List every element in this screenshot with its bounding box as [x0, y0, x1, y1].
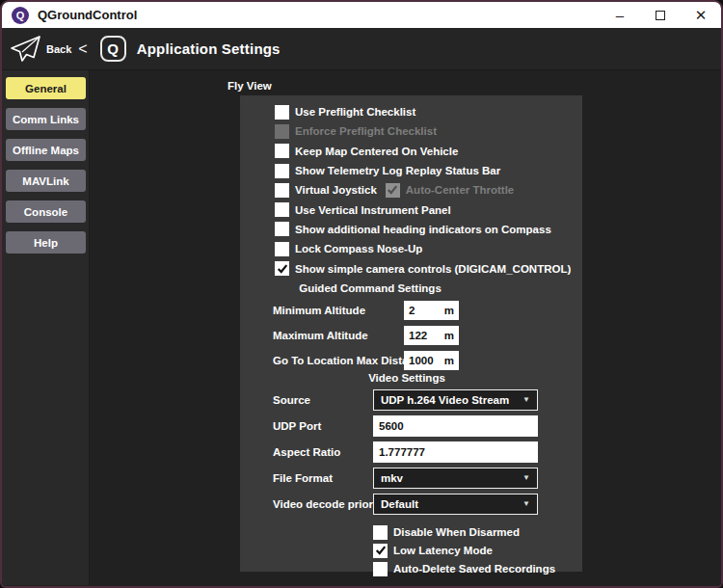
qgc-logo-icon: Q: [100, 36, 126, 62]
sidebar-item-comm-links[interactable]: Comm Links: [6, 108, 86, 130]
checkbox-label: Show Telemetry Log Replay Status Bar: [295, 165, 500, 176]
field-label: UDP Port: [273, 420, 321, 432]
chevron-down-icon: ▼: [522, 473, 530, 482]
udp-port-input[interactable]: 5600: [373, 415, 538, 437]
checkbox-auto-delete-recordings[interactable]: [373, 562, 388, 576]
row-goto-max-distance: Go To Location Max Distance 1000 m: [273, 351, 582, 370]
field-label: Minimum Altitude: [273, 305, 365, 316]
row-lock-compass-nose-up: Lock Compass Nose-Up: [275, 239, 582, 258]
checkbox-label: Disable When Disarmed: [393, 526, 520, 538]
video-settings-title: Video Settings: [240, 372, 574, 387]
settings-content: Fly View Use Preflight Checklist Enforce…: [90, 70, 721, 585]
minimum-altitude-input[interactable]: 2 m: [404, 301, 459, 320]
field-value: 2: [409, 305, 415, 316]
checkbox-enforce-preflight-checklist: [275, 124, 289, 139]
field-label: Aspect Ratio: [273, 446, 340, 458]
section-title-fly-view: Fly View: [228, 80, 272, 92]
field-label: Maximum Altitude: [273, 330, 368, 341]
file-format-dropdown[interactable]: mkv ▼: [373, 468, 538, 489]
checkbox-low-latency-mode[interactable]: [373, 544, 388, 558]
checkbox-heading-indicators[interactable]: [275, 222, 289, 236]
row-video-decode-priority: Video decode priority Default ▼: [273, 494, 582, 515]
aspect-ratio-input[interactable]: 1.777777: [373, 441, 538, 463]
row-auto-delete-recordings: Auto-Delete Saved Recordings: [373, 560, 582, 578]
checkbox-label: Keep Map Centered On Vehicle: [295, 146, 458, 157]
maximize-icon: [656, 11, 665, 20]
dropdown-value: mkv: [381, 472, 403, 484]
guided-command-settings-title: Guided Command Settings: [240, 282, 500, 297]
row-udp-port: UDP Port 5600: [273, 415, 582, 437]
goto-max-distance-input[interactable]: 1000 m: [404, 351, 459, 370]
row-enforce-preflight-checklist: Enforce Preflight Checklist: [275, 121, 582, 141]
checkmark-icon: [387, 184, 398, 196]
row-virtual-joystick: Virtual Joystick Auto-Center Throttle: [275, 180, 582, 200]
page-title: Application Settings: [137, 40, 281, 57]
titlebar: Q QGroundControl – ✕: [2, 2, 721, 28]
row-aspect-ratio: Aspect Ratio 1.777777: [273, 441, 582, 463]
window-controls: – ✕: [600, 2, 721, 28]
video-source-dropdown[interactable]: UDP h.264 Video Stream ▼: [373, 389, 538, 411]
checkbox-label: Virtual Joystick: [295, 184, 377, 196]
row-simple-camera-controls: Show simple camera controls (DIGICAM_CON…: [275, 258, 582, 278]
header-toolbar: Back < Q Application Settings: [2, 28, 721, 70]
field-unit: m: [444, 355, 454, 366]
field-unit: m: [444, 330, 454, 341]
checkbox-label: Lock Compass Nose-Up: [295, 243, 422, 254]
checkbox-vertical-instrument-panel[interactable]: [275, 202, 289, 217]
back-chevron-icon: <: [78, 40, 87, 58]
row-file-format: File Format mkv ▼: [273, 468, 582, 489]
row-video-source: Source UDP h.264 Video Stream ▼: [273, 389, 582, 411]
row-keep-map-centered: Keep Map Centered On Vehicle: [275, 142, 582, 161]
dropdown-value: Default: [381, 498, 418, 510]
row-disable-when-disarmed: Disable When Disarmed: [373, 523, 582, 542]
minimize-button[interactable]: –: [600, 2, 640, 28]
row-low-latency-mode: Low Latency Mode: [373, 542, 582, 560]
checkbox-label: Use Preflight Checklist: [295, 106, 415, 118]
chevron-down-icon: ▼: [522, 499, 530, 508]
sidebar-item-console[interactable]: Console: [6, 200, 86, 223]
field-value: 5600: [379, 420, 404, 432]
checkbox-lock-compass-nose-up[interactable]: [275, 242, 289, 256]
checkbox-use-preflight-checklist[interactable]: [275, 105, 289, 120]
window-body: General Comm Links Offline Maps MAVLink …: [2, 70, 721, 585]
close-button[interactable]: ✕: [681, 2, 721, 28]
checkmark-icon: [375, 545, 387, 556]
field-unit: m: [444, 305, 454, 316]
sidebar-item-offline-maps[interactable]: Offline Maps: [6, 139, 86, 161]
field-label: File Format: [273, 472, 333, 484]
checkbox-label: Low Latency Mode: [393, 545, 493, 556]
qgroundcontrol-window: Q QGroundControl – ✕ Back < Q Applicatio…: [0, 0, 723, 588]
row-minimum-altitude: Minimum Altitude 2 m: [273, 301, 582, 320]
checkbox-label: Auto-Center Throttle: [406, 184, 514, 196]
field-label: Video decode priority: [273, 498, 386, 510]
row-heading-indicators: Show additional heading indicators on Co…: [275, 220, 582, 239]
maximum-altitude-input[interactable]: 122 m: [404, 326, 459, 345]
checkbox-disable-when-disarmed[interactable]: [373, 525, 388, 540]
row-vertical-instrument-panel: Use Vertical Instrument Panel: [275, 200, 582, 219]
video-decode-priority-dropdown[interactable]: Default ▼: [373, 494, 538, 515]
field-value: 122: [409, 330, 427, 341]
sidebar-item-general[interactable]: General: [6, 77, 86, 99]
checkbox-keep-map-centered[interactable]: [275, 144, 289, 158]
chevron-down-icon: ▼: [522, 395, 530, 404]
field-value: 1000: [409, 355, 434, 366]
checkbox-telemetry-log-replay[interactable]: [275, 164, 289, 178]
back-button[interactable]: Back: [46, 43, 71, 55]
checkbox-simple-camera-controls[interactable]: [275, 261, 289, 276]
paper-plane-icon[interactable]: [10, 35, 42, 64]
qgc-app-icon: Q: [12, 7, 29, 24]
checkbox-label: Show simple camera controls (DIGICAM_CON…: [295, 263, 571, 275]
checkmark-icon: [277, 263, 288, 275]
field-label: Source: [273, 394, 310, 406]
fly-view-panel: Use Preflight Checklist Enforce Prefligh…: [240, 95, 582, 572]
row-maximum-altitude: Maximum Altitude 122 m: [273, 326, 582, 345]
checkbox-label: Show additional heading indicators on Co…: [295, 224, 551, 235]
row-use-preflight-checklist: Use Preflight Checklist: [275, 102, 582, 121]
settings-sidebar: General Comm Links Offline Maps MAVLink …: [2, 70, 90, 585]
sidebar-item-help[interactable]: Help: [6, 231, 86, 254]
row-telemetry-log-replay: Show Telemetry Log Replay Status Bar: [275, 161, 582, 180]
checkbox-virtual-joystick[interactable]: [275, 183, 289, 198]
checkbox-label: Use Vertical Instrument Panel: [295, 204, 451, 216]
sidebar-item-mavlink[interactable]: MAVLink: [6, 170, 86, 192]
maximize-button[interactable]: [640, 2, 681, 28]
